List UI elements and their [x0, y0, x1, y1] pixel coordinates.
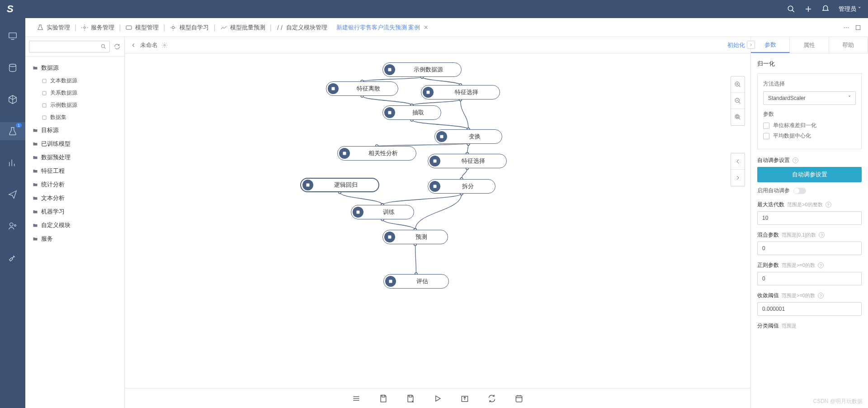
search-icon[interactable] — [787, 5, 795, 13]
close-icon[interactable]: × — [424, 24, 428, 32]
tree-folder[interactable]: 已训练模型 — [25, 137, 124, 151]
info-icon[interactable]: ? — [818, 293, 824, 299]
saveas-icon[interactable] — [406, 394, 415, 403]
svg-rect-79 — [382, 395, 385, 397]
svg-point-15 — [844, 27, 845, 28]
tree-folder[interactable]: 机器学习 — [25, 205, 124, 218]
node-n3[interactable]: 抽取 — [382, 105, 441, 120]
chk-mean-center[interactable] — [763, 133, 769, 139]
node-n2[interactable]: 特征选择 — [421, 85, 500, 100]
sidebar-database[interactable] — [0, 59, 25, 77]
watermark: CSDN @明月玩数据 — [813, 398, 863, 405]
tree-folder[interactable]: 目标源 — [25, 123, 124, 137]
tab-params[interactable]: 参数 — [751, 37, 790, 53]
svg-point-10 — [10, 223, 13, 226]
plus-icon[interactable] — [804, 5, 812, 13]
more-icon[interactable] — [843, 24, 849, 31]
svg-point-6 — [9, 64, 16, 67]
node-n1[interactable]: 特征离散 — [326, 81, 398, 96]
zoom-out-icon[interactable] — [731, 93, 745, 109]
sidebar-cube[interactable] — [0, 90, 25, 109]
export-icon[interactable] — [460, 394, 469, 403]
user-menu[interactable]: 管理员˅ — [839, 5, 861, 13]
node-n4[interactable]: 变换 — [434, 129, 502, 144]
svg-rect-21 — [42, 79, 46, 83]
reg-param-input[interactable] — [757, 272, 862, 285]
tree-item[interactable]: 关系数据源 — [25, 87, 124, 99]
sidebar-send[interactable] — [0, 185, 25, 204]
menu-batch[interactable]: 模型批量预测 — [216, 24, 270, 32]
menu-experiment[interactable]: 实验管理 — [32, 24, 75, 32]
search-input[interactable] — [29, 41, 110, 52]
tree-folder[interactable]: 数据预处理 — [25, 151, 124, 164]
mix-param-input[interactable] — [757, 242, 862, 255]
node-n8[interactable]: 拆分 — [428, 179, 495, 194]
tree-folder[interactable]: 服务 — [25, 232, 124, 246]
tree-folder[interactable]: 数据源 — [25, 61, 124, 75]
sync-icon[interactable] — [487, 394, 496, 403]
node-n9[interactable]: 训练 — [351, 205, 414, 219]
svg-line-1 — [792, 10, 794, 12]
converge-input[interactable] — [757, 302, 862, 316]
node-n10[interactable]: 预测 — [382, 230, 448, 244]
tree-folder[interactable]: 文本分析 — [25, 191, 124, 205]
svg-rect-75 — [389, 280, 392, 283]
menu-service[interactable]: 服务管理 — [76, 24, 119, 32]
info-icon[interactable]: ? — [818, 262, 824, 268]
max-iter-input[interactable] — [757, 211, 862, 225]
panel-title: 归一化 — [757, 60, 862, 68]
canvas[interactable]: 示例数据源特征离散特征选择抽取变换相关性分析特征选择逻辑回归拆分训练预测评估 — [125, 53, 750, 388]
tree-item[interactable]: 示例数据源 — [25, 99, 124, 111]
tree-item[interactable]: 数据集 — [25, 111, 124, 123]
sidebar-chart[interactable] — [0, 154, 25, 172]
node-n6[interactable]: 特征选择 — [428, 154, 507, 168]
info-icon[interactable]: ? — [826, 202, 831, 208]
gear-icon[interactable] — [161, 42, 168, 48]
menu-autolearn[interactable]: 模型自学习 — [165, 24, 213, 32]
sidebar-monitor[interactable] — [0, 27, 25, 45]
refresh-icon[interactable] — [113, 43, 121, 50]
tree-item[interactable]: 文本数据源 — [25, 75, 124, 87]
menu-custom[interactable]: 自定义模块管理 — [272, 24, 332, 32]
svg-point-16 — [846, 27, 847, 28]
tree-folder[interactable]: 自定义模块 — [25, 218, 124, 232]
method-select[interactable]: StandardScaler˅ — [763, 91, 856, 105]
auto-tune-button[interactable]: 自动调参设置 — [757, 167, 862, 182]
nav-left-icon[interactable] — [731, 153, 745, 170]
breadcrumb[interactable]: 新建银行零售客户流失预测 案例 — [336, 24, 420, 32]
svg-rect-62 — [736, 116, 738, 118]
node-n5[interactable]: 相关性分析 — [337, 146, 416, 161]
bell-icon[interactable] — [821, 5, 830, 13]
sidebar-people[interactable] — [0, 217, 25, 235]
svg-rect-68 — [440, 135, 443, 138]
chk-unit-std[interactable] — [763, 123, 769, 129]
list-icon[interactable] — [352, 394, 361, 403]
svg-rect-70 — [434, 160, 437, 163]
tab-help[interactable]: 帮助 — [829, 37, 868, 53]
collapse-panel-icon[interactable] — [747, 41, 755, 49]
expand-icon[interactable] — [855, 24, 861, 31]
auto-toggle[interactable] — [793, 188, 806, 194]
tree-folder[interactable]: 特征工程 — [25, 164, 124, 178]
tree-folder[interactable]: 统计分析 — [25, 178, 124, 191]
node-n7[interactable]: 逻辑回归 — [300, 178, 379, 192]
init-button[interactable]: 初始化 — [727, 41, 745, 49]
info-icon[interactable]: ? — [819, 232, 825, 238]
svg-rect-73 — [357, 211, 360, 214]
sidebar-tools[interactable] — [0, 249, 25, 267]
play-icon[interactable] — [433, 394, 442, 403]
info-icon[interactable]: ? — [793, 157, 798, 163]
nav-right-icon[interactable] — [731, 170, 745, 186]
back-icon[interactable] — [130, 42, 137, 48]
zoom-in-icon[interactable] — [731, 76, 745, 93]
tab-props[interactable]: 属性 — [790, 37, 829, 53]
svg-point-61 — [735, 114, 739, 119]
zoom-fit-icon[interactable] — [731, 109, 745, 125]
save-icon[interactable] — [379, 394, 388, 403]
menu-model[interactable]: 模型管理 — [121, 24, 163, 32]
sidebar-experiment[interactable]: 1 — [0, 122, 25, 140]
node-n11[interactable]: 评估 — [383, 274, 449, 289]
node-n0[interactable]: 示例数据源 — [382, 62, 462, 77]
svg-rect-71 — [307, 184, 310, 187]
schedule-icon[interactable] — [514, 394, 524, 403]
